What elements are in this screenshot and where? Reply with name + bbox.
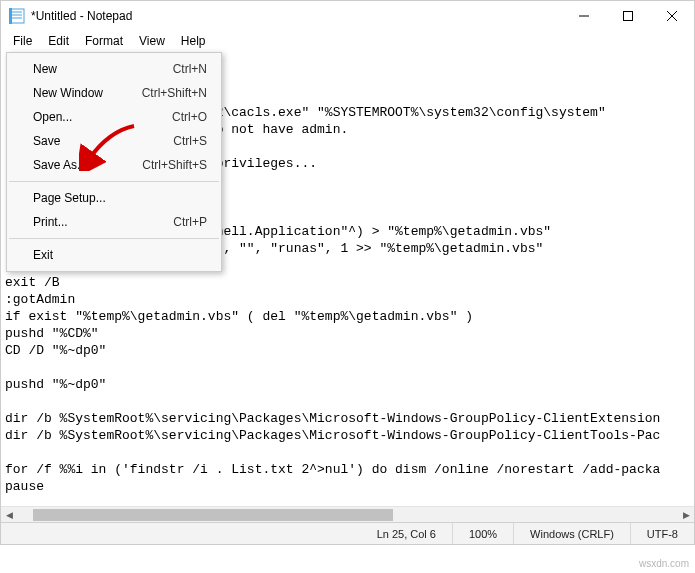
- scroll-left-icon[interactable]: ◀: [1, 507, 17, 523]
- menu-file[interactable]: File: [5, 32, 40, 50]
- scroll-thumb[interactable]: [33, 509, 393, 521]
- file-new[interactable]: New Ctrl+N: [7, 57, 221, 81]
- close-button[interactable]: [650, 1, 694, 31]
- menu-bar: File Edit Format View Help: [1, 31, 694, 51]
- maximize-button[interactable]: [606, 1, 650, 31]
- menu-help[interactable]: Help: [173, 32, 214, 50]
- menu-item-shortcut: Ctrl+N: [173, 62, 207, 76]
- file-open[interactable]: Open... Ctrl+O: [7, 105, 221, 129]
- watermark: wsxdn.com: [639, 558, 689, 569]
- menu-item-shortcut: Ctrl+Shift+S: [142, 158, 207, 172]
- status-eol: Windows (CRLF): [513, 523, 630, 544]
- horizontal-scrollbar[interactable]: ◀ ▶: [1, 506, 694, 522]
- file-exit[interactable]: Exit: [7, 243, 221, 267]
- menu-format[interactable]: Format: [77, 32, 131, 50]
- menu-item-label: Exit: [33, 248, 207, 262]
- menu-item-shortcut: Ctrl+S: [173, 134, 207, 148]
- file-new-window[interactable]: New Window Ctrl+Shift+N: [7, 81, 221, 105]
- menu-item-label: Open...: [33, 110, 172, 124]
- title-bar: *Untitled - Notepad: [1, 1, 694, 31]
- file-save-as[interactable]: Save As... Ctrl+Shift+S: [7, 153, 221, 177]
- menu-separator: [9, 181, 219, 182]
- file-menu-dropdown: New Ctrl+N New Window Ctrl+Shift+N Open.…: [6, 52, 222, 272]
- menu-separator: [9, 238, 219, 239]
- menu-edit[interactable]: Edit: [40, 32, 77, 50]
- status-zoom: 100%: [452, 523, 513, 544]
- notepad-icon: [9, 8, 25, 24]
- file-save[interactable]: Save Ctrl+S: [7, 129, 221, 153]
- menu-item-label: Print...: [33, 215, 173, 229]
- menu-item-shortcut: Ctrl+O: [172, 110, 207, 124]
- menu-item-label: Save: [33, 134, 173, 148]
- menu-item-label: New: [33, 62, 173, 76]
- status-caret: Ln 25, Col 6: [361, 523, 452, 544]
- menu-view[interactable]: View: [131, 32, 173, 50]
- minimize-button[interactable]: [562, 1, 606, 31]
- menu-item-label: New Window: [33, 86, 142, 100]
- svg-rect-6: [624, 12, 633, 21]
- menu-item-label: Save As...: [33, 158, 142, 172]
- menu-item-label: Page Setup...: [33, 191, 207, 205]
- scroll-right-icon[interactable]: ▶: [678, 507, 694, 523]
- notepad-window: *Untitled - Notepad File Edit Format Vie…: [0, 0, 695, 545]
- window-title: *Untitled - Notepad: [31, 9, 562, 23]
- menu-item-shortcut: Ctrl+P: [173, 215, 207, 229]
- menu-item-shortcut: Ctrl+Shift+N: [142, 86, 207, 100]
- file-print[interactable]: Print... Ctrl+P: [7, 210, 221, 234]
- status-encoding: UTF-8: [630, 523, 694, 544]
- svg-rect-0: [10, 9, 24, 23]
- status-bar: Ln 25, Col 6 100% Windows (CRLF) UTF-8: [1, 522, 694, 544]
- svg-rect-4: [9, 8, 12, 24]
- file-page-setup[interactable]: Page Setup...: [7, 186, 221, 210]
